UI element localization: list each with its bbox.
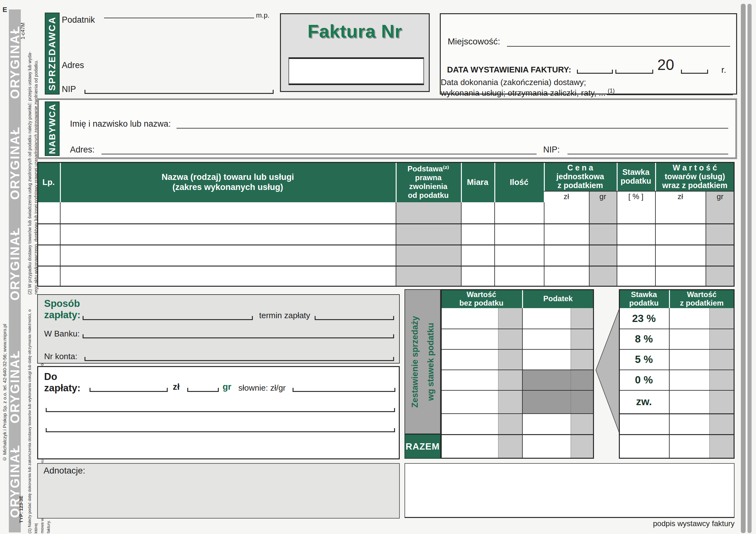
buyer-name-label: Imię i nazwisko lub nazwa:: [70, 119, 171, 129]
payment-term-label: termin zapłaty: [259, 311, 310, 320]
seller-nip-field[interactable]: [85, 89, 274, 94]
tax-rate-label: 23 %: [619, 308, 669, 329]
col-header-rate2: Stawka podatku: [619, 289, 669, 308]
form-type-label: TYP: 123-3E: [18, 479, 26, 523]
buyer-name-line[interactable]: [176, 128, 728, 129]
row-line: [441, 413, 594, 414]
payment-bank-label: W Banku:: [44, 329, 80, 339]
seller-taxpayer-line[interactable]: [104, 18, 254, 18]
sub-col-line: [498, 308, 499, 459]
copy-label: ORYGINAŁ: [9, 17, 20, 107]
col-header-qty: Ilość: [494, 162, 544, 202]
seller-nip-label: NIP: [62, 85, 76, 94]
invoice-number-field[interactable]: [288, 57, 424, 85]
signature-label: podpis wystawcy faktury: [615, 519, 735, 528]
row-line: [441, 329, 594, 329]
delivery-date-line[interactable]: [607, 94, 733, 95]
col-header-tax: Podatek: [522, 289, 594, 308]
annotations-box[interactable]: [37, 463, 400, 519]
sub-col-line: [709, 308, 710, 459]
tax-rate-label: 0 %: [619, 369, 669, 390]
buyer-section-label: NABYWCA: [45, 101, 60, 156]
subheader-zl: zł: [544, 191, 589, 202]
copy-label: ORYGINAŁ: [9, 118, 20, 208]
amount-in-words-line2[interactable]: [46, 408, 395, 412]
copy-label: ORYGINAŁ: [9, 342, 20, 432]
row-line: [619, 369, 735, 370]
row-line: [619, 434, 735, 435]
tax-rate-label: zw.: [619, 390, 669, 413]
issue-place-line[interactable]: [507, 46, 730, 47]
sub-col-line: [571, 308, 571, 459]
item-row[interactable]: [37, 245, 735, 266]
invoice-form-page: E ORYGINAŁ ORYGINAŁ ORYGINAŁ ORYGINAŁ OR…: [0, 0, 756, 534]
row-line: [619, 413, 735, 414]
amount-in-words-line3[interactable]: [46, 428, 395, 432]
col-header-rate: Stawka podatku: [617, 162, 655, 191]
tax-rate-label: 5 %: [619, 349, 669, 369]
tax-rate-label: 8 %: [619, 329, 669, 349]
summary-side-label: Zestawienie sprzedaży wg stawek podatku: [404, 289, 441, 434]
row-line: [441, 390, 594, 391]
col-header-lp: Lp.: [37, 162, 60, 202]
net-gr-shade: [498, 308, 522, 459]
gross-gr-shade: [709, 308, 735, 459]
delivery-date-note-text: wykonania usługi; otrzymania zaliczki, r…: [441, 88, 606, 98]
col-header-basis: Podstawa⁽²⁾ prawna zwolnienia od podatku: [396, 162, 461, 202]
amount-due-zl-field[interactable]: [90, 387, 168, 392]
col-header-value: W a r t o ś ć towarów (usług) wraz z pod…: [655, 162, 735, 191]
row-line: [619, 349, 735, 350]
amount-due-gr-label: gr: [223, 382, 231, 392]
amount-due-gr-field[interactable]: [187, 387, 219, 392]
issue-date-century: 20: [657, 56, 674, 73]
item-row[interactable]: [37, 267, 735, 287]
delivery-date-note-sup: (1): [608, 88, 615, 94]
delivery-date-note-line2: wykonania usługi; otrzymania zaliczki, r…: [441, 88, 615, 98]
item-row[interactable]: [37, 202, 735, 223]
amount-due-box: [37, 366, 400, 459]
signature-box[interactable]: [404, 463, 735, 518]
payment-box: [37, 294, 400, 364]
payment-term-field[interactable]: [315, 315, 394, 320]
col-header-unit: Miara: [461, 162, 494, 202]
col-header-price: C e n a jednostkowa z podatkiem: [544, 162, 617, 191]
row-line: [441, 434, 594, 435]
seller-address-label: Adres: [62, 61, 84, 70]
buyer-nip-label: NIP:: [543, 145, 560, 155]
row-line: [441, 369, 594, 370]
buyer-address-line[interactable]: [101, 154, 537, 154]
edge-letter: E: [3, 6, 7, 14]
payment-account-label: Nr konta:: [44, 352, 78, 361]
buyer-nip-line[interactable]: [567, 154, 728, 154]
seller-taxpayer-label: Podatnik: [62, 15, 95, 25]
issue-date-month-field[interactable]: [615, 68, 653, 74]
subheader-zl: zł: [655, 191, 706, 202]
seller-section-label: SPRZEDAWCA: [45, 13, 60, 94]
payment-bank-field[interactable]: [83, 333, 394, 338]
annotations-label: Adnotacje:: [43, 466, 85, 476]
summary-total-label: RAZEM: [404, 434, 441, 459]
issue-date-year-field[interactable]: [681, 68, 708, 74]
page-edge-bar: [741, 4, 745, 533]
copy-label: ORYGINAŁ: [9, 219, 20, 309]
amount-in-words-label: słownie: zł/gr: [238, 383, 285, 393]
subheader-gr: gr: [706, 191, 735, 202]
amount-in-words-field[interactable]: [293, 387, 395, 392]
invoice-title: Faktura Nr: [280, 18, 430, 43]
row-line: [441, 349, 594, 350]
issue-date-year-suffix: r.: [721, 65, 726, 75]
tax-not-applicable-cell: [522, 369, 594, 413]
col-line: [522, 308, 523, 459]
row-line: [619, 390, 735, 391]
payment-method-field[interactable]: [83, 315, 253, 320]
item-row[interactable]: [37, 224, 735, 244]
payment-account-field[interactable]: [85, 356, 394, 361]
col-line: [669, 308, 670, 459]
buyer-address-label: Adres:: [70, 145, 94, 155]
form-code: 1-c47M: [20, 5, 27, 39]
page-edge-bar: [747, 4, 752, 533]
publisher-credit: © Michalczyk i Prokop Sp. z o.o. tel. 42…: [2, 310, 10, 462]
payment-method-label: Sposób zapłaty:: [44, 298, 80, 321]
issue-date-day-field[interactable]: [577, 68, 613, 74]
col-header-gross: Wartość z podatkiem: [669, 289, 735, 308]
